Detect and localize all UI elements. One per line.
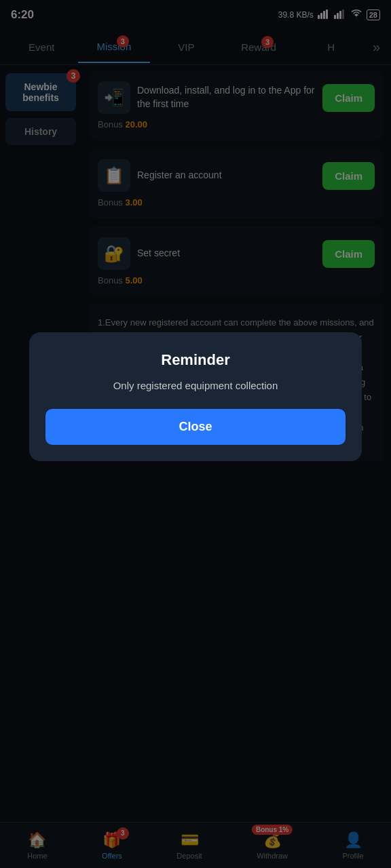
modal-close-button[interactable]: Close bbox=[45, 409, 346, 445]
reminder-modal: Reminder Only registered equipment colle… bbox=[29, 332, 362, 461]
modal-overlay: Reminder Only registered equipment colle… bbox=[0, 0, 391, 868]
modal-body: Only registered equipment collection bbox=[45, 378, 346, 394]
modal-title: Reminder bbox=[45, 351, 346, 369]
